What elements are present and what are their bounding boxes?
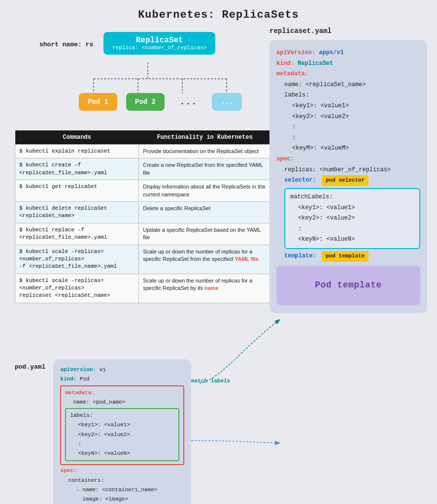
pod-yaml-label: pod.yaml	[15, 363, 45, 371]
pod-name: name: <pod_name>	[65, 398, 179, 407]
pod-spec: spec:	[60, 466, 184, 475]
pod-c1-name: - name: <container1_name>	[60, 485, 184, 495]
yaml-line-spec: spec:	[276, 154, 420, 165]
yaml-replicas: replicas: <number_of_replicas>	[276, 165, 420, 176]
yaml-selector-line: selector: pod selector	[276, 175, 420, 186]
table-row: $ kubectl create -f <replicaSet_file_nam…	[15, 158, 271, 180]
yaml-keym: <keyM>: <valueM>	[276, 143, 420, 154]
yaml-key1: <key1>: <value1>	[276, 101, 420, 112]
page-title: Kubernetes: ReplicaSets	[0, 0, 437, 26]
table-row: $ kubectl replace -f<replicaSet_file_nam…	[15, 223, 271, 245]
table-row: $ kubectl scale -replicas=<number_of_rep…	[15, 245, 271, 274]
table-row: $ kubectl get replicaSet Display informa…	[15, 180, 271, 202]
replicaset-title: ReplicaSet	[112, 36, 206, 45]
pod-template-text: Pod template	[315, 277, 382, 293]
pod-template-box: Pod template	[276, 266, 420, 305]
pod-lcolon: :	[70, 440, 174, 449]
yaml-colon1: :	[276, 122, 420, 133]
pod-metadata-label: metadata:	[65, 388, 179, 398]
yaml-labels: labels:	[276, 90, 420, 101]
pod-containers: containers:	[60, 476, 184, 485]
commands-table: Commands Functionality in Kubernetes $ k…	[15, 130, 271, 303]
col-functionality: Functionality in Kubernetes	[139, 130, 271, 145]
yaml-line-metadata: metadata:	[276, 69, 420, 80]
pod-metadata-block: metadata: name: <pod_name> labels: <key1…	[60, 385, 184, 466]
dots-1: ...	[173, 91, 203, 112]
yaml-line-apiversion: apiVersion: apps/v1	[276, 48, 420, 59]
pod-yaml-area: pod.yaml apiVersion: v1 kind: Pod metada…	[15, 359, 191, 504]
highlight-name: name	[204, 285, 219, 291]
pod-labels-block: labels: <key1>: <value1> <key2>: <value2…	[65, 408, 179, 461]
ml-key1: <key1>: <value1>	[290, 203, 414, 214]
ml-key2: <key2>: <value2>	[290, 213, 414, 224]
highlight-yaml-file: YAML file	[235, 256, 259, 262]
yaml-name: name: <replicaSet_name>	[276, 80, 420, 91]
yaml-panel-title: replicaset.yaml	[269, 27, 427, 35]
match-labels-box: matchLabels: <key1>: <value1> <key2>: <v…	[284, 188, 420, 249]
table-row: $ kubectl explain replicaset Provide doc…	[15, 145, 271, 158]
match-labels-annotation: match labels	[191, 378, 230, 384]
replicaset-box: ReplicaSet replica: <number_of_replicas>	[103, 32, 215, 55]
table-row: $ kubectl delete replicaSet <replicaSet_…	[15, 201, 271, 223]
selector-badge: pod selector	[322, 175, 369, 186]
pod-lkn: <keyN>: <valueN>	[70, 449, 174, 458]
pod-c1-image: image: <image>	[60, 495, 184, 504]
pod-2: Pod 2	[126, 93, 165, 111]
right-column: replicaset.yaml apiVersion: apps/v1 kind…	[269, 27, 427, 313]
pod-kind: kind: Pod	[60, 375, 184, 384]
yaml-panel: apiVersion: apps/v1 kind: ReplicaSet met…	[269, 40, 427, 313]
replicaset-diagram: short name: rs ReplicaSet replica: <numb…	[39, 27, 271, 126]
pod-yaml-panel: apiVersion: v1 kind: Pod metadata: name:…	[53, 359, 191, 504]
short-name-label: short name: rs	[39, 41, 93, 48]
pod-labels-label: labels:	[70, 411, 174, 420]
ml-keyn: <keyN>: <valueN>	[290, 234, 414, 245]
yaml-colon2: :	[276, 133, 420, 144]
ml-colon: :	[290, 224, 414, 235]
pod-n: ...	[212, 93, 242, 111]
pods-row: Pod 1 Pod 2 ... ...	[79, 91, 242, 112]
template-badge: pod template	[322, 251, 369, 262]
yaml-template-line: template: pod template	[276, 251, 420, 262]
left-column: short name: rs ReplicaSet replica: <numb…	[15, 27, 271, 303]
pod-lk1: <key1>: <value1>	[70, 420, 174, 430]
yaml-line-kind: kind: ReplicaSet	[276, 59, 420, 69]
pod-lk2: <key2>: <value2>	[70, 430, 174, 440]
pod-1: Pod 1	[79, 93, 117, 111]
replicaset-subtitle: replica: <number_of_replicas>	[112, 45, 206, 51]
col-commands: Commands	[15, 130, 139, 145]
table-row: $ kubectl scale -replicas=<number_of_rep…	[15, 274, 271, 303]
match-labels-title: matchLabels:	[290, 192, 414, 203]
pod-apiversion: apiVersion: v1	[60, 365, 184, 375]
yaml-key2: <key2>: <value2>	[276, 112, 420, 123]
